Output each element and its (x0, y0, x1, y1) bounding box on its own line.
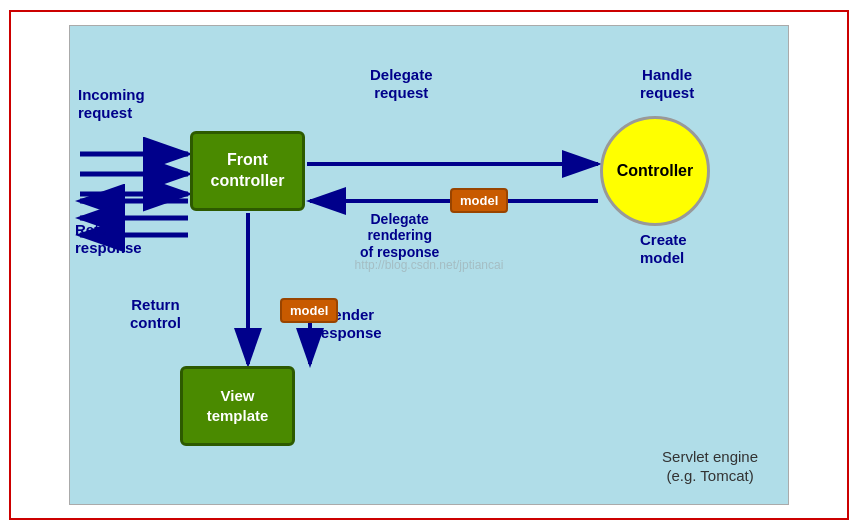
controller-circle: Controller (600, 116, 710, 226)
incoming-request-label: Incomingrequest (78, 86, 145, 122)
view-template-box: Viewtemplate (180, 366, 295, 446)
diagram-area: http://blog.csdn.net/jptiancai (69, 25, 789, 505)
handle-request-label: Handlerequest (640, 66, 694, 102)
delegate-request-label: Delegaterequest (370, 66, 433, 102)
servlet-engine-label: Servlet engine(e.g. Tomcat) (662, 448, 758, 486)
return-response-label: Returnresponse (75, 221, 142, 257)
view-template-label: Viewtemplate (207, 386, 269, 425)
front-controller-label: Frontcontroller (211, 150, 285, 192)
model-label-1: model (460, 193, 498, 208)
front-controller-box: Frontcontroller (190, 131, 305, 211)
outer-border: http://blog.csdn.net/jptiancai (9, 10, 849, 520)
model-label-2: model (290, 303, 328, 318)
create-model-label: Createmodel (640, 231, 687, 267)
controller-label: Controller (617, 162, 693, 180)
return-control-label: Returncontrol (130, 296, 181, 332)
delegate-rendering-label: Delegaterenderingof response (360, 211, 439, 261)
model-badge-1: model (450, 188, 508, 213)
model-badge-2: model (280, 298, 338, 323)
